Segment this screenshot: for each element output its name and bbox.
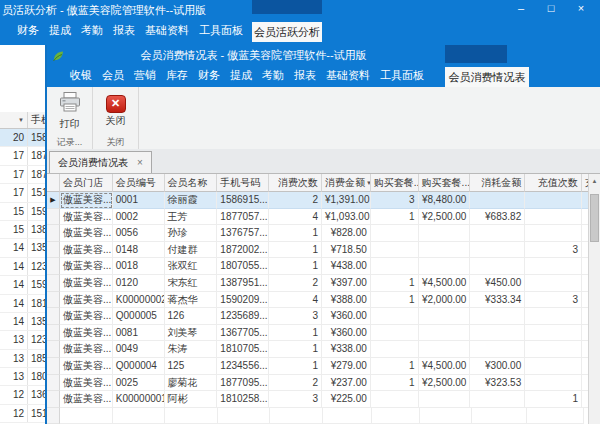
ribbon-tab[interactable]: 基础资料 <box>321 68 375 83</box>
table-row[interactable]: 傲蓝美容...0081刘美琴1367705...1¥360.00 <box>47 325 589 342</box>
ribbon-tab[interactable]: 工具面板 <box>375 68 429 83</box>
ribbon-tab[interactable]: 考勤 <box>257 68 289 83</box>
column-header[interactable]: 购买套餐... <box>371 174 419 192</box>
vertical-scrollbar[interactable]: ▲ <box>588 174 600 424</box>
ribbon-tab[interactable]: 工具面板 <box>194 23 248 38</box>
close-report-button[interactable]: ✕ 关闭 <box>106 87 126 135</box>
row-indicator <box>47 408 60 424</box>
tab-close-icon[interactable]: × <box>137 157 143 168</box>
ribbon-tab[interactable]: 报表 <box>289 68 321 83</box>
cell-count: 14 <box>0 295 28 312</box>
table-row[interactable]: ▶傲蓝美容...0001徐丽霞1586915...2¥1,391.003¥8,4… <box>47 192 589 209</box>
ribbon-tab[interactable]: 营销 <box>129 68 161 83</box>
cell-amount: ¥718.50 <box>322 242 371 259</box>
table-row[interactable]: 傲蓝美容...0018张双红1807055...1¥438.00 <box>47 258 589 275</box>
ribbon-tab[interactable]: 基础资料 <box>140 23 194 38</box>
cell-amount: ¥438.00 <box>322 258 371 275</box>
cell-store: 傲蓝美容... <box>60 325 113 342</box>
table-row[interactable]: 傲蓝美容...Q0000041251234556...1¥279.001¥4,5… <box>47 358 589 375</box>
back-table-row[interactable]: 1412356 <box>0 258 45 276</box>
ribbon-tab[interactable]: 收银 <box>65 68 97 83</box>
cell-id: 0120 <box>113 275 165 292</box>
column-header[interactable]: 充值次数 <box>525 174 582 192</box>
column-header[interactable]: 消费金额▼ <box>322 174 371 192</box>
back-table-row[interactable]: 1213600 <box>0 386 45 404</box>
back-table-row[interactable]: 1413556 <box>0 239 45 257</box>
column-header[interactable]: 购买套餐... <box>419 174 471 192</box>
table-row[interactable]: 傲蓝美容...0049朱涛1810705...1¥338.00 <box>47 341 589 358</box>
cell-recharge <box>525 341 582 358</box>
cell-count: 14 <box>0 258 28 275</box>
ribbon-tab[interactable]: 报表 <box>108 23 140 38</box>
column-header[interactable]: 会员名称 <box>165 174 218 192</box>
cell-store: 傲蓝美容... <box>60 308 113 325</box>
column-header[interactable]: 手机号码 <box>217 174 269 192</box>
back-phone-header[interactable]: 手机 <box>28 112 45 128</box>
back-table-row[interactable]: 1415902 <box>0 276 45 294</box>
table-row[interactable]: 傲蓝美容...0056孙珍1376757...1¥828.00 <box>47 225 589 242</box>
cell-count: 14 <box>0 313 28 330</box>
cell-id: 0002 <box>113 209 165 226</box>
scroll-up-icon[interactable]: ▲ <box>589 174 600 188</box>
back-table-row[interactable]: 1215179 <box>0 405 45 423</box>
scrollbar-thumb[interactable] <box>590 194 599 242</box>
ribbon-tab[interactable]: 考勤 <box>76 23 108 38</box>
ribbon-tab[interactable]: 提成 <box>225 68 257 83</box>
column-header[interactable]: 消费次数 <box>269 174 322 192</box>
cell-phone: 1586915... <box>217 192 269 209</box>
table-row[interactable]: 傲蓝美容...0120宋东红1387951...2¥397.001¥4,500.… <box>47 275 589 292</box>
document-tab-bar: 会员消费情况表 × <box>47 149 600 174</box>
column-header[interactable]: 会员门店 <box>60 174 113 192</box>
back-table-row[interactable]: 2015869 <box>0 129 45 147</box>
back-table-row[interactable]: 1515975 <box>0 203 45 221</box>
document-tab[interactable]: 会员消费情况表 × <box>49 151 152 173</box>
cell-consumed <box>470 325 525 342</box>
back-sort-header[interactable]: ▼ <box>0 112 28 128</box>
front-active-tab[interactable]: 会员消费情况表 <box>445 67 529 87</box>
maximize-icon[interactable]: □ <box>536 0 566 18</box>
table-row[interactable]: 傲蓝美容...0148付建群1872002...1¥718.503 <box>47 242 589 259</box>
close-icon[interactable]: × <box>566 0 596 18</box>
consumption-table: 会员门店会员编号会员名称手机号码消费次数消费金额▼购买套餐...购买套餐...消… <box>47 174 589 424</box>
back-table-row[interactable]: 1418102 <box>0 295 45 313</box>
cell-count: 2 <box>269 192 322 209</box>
ribbon-tab[interactable]: 会员 <box>97 68 129 83</box>
cell-empty <box>472 408 527 424</box>
cell-empty <box>270 408 323 424</box>
ribbon-tab[interactable]: 提成 <box>44 23 76 38</box>
print-button[interactable]: 打印 <box>59 87 81 135</box>
column-header[interactable]: 消耗金额 <box>470 174 525 192</box>
table-row[interactable]: 傲蓝美容...K00000001阿彬1810258...3¥225.001 <box>47 391 589 408</box>
column-header[interactable]: 会员编号 <box>113 174 165 192</box>
table-header-row: 会员门店会员编号会员名称手机号码消费次数消费金额▼购买套餐...购买套餐...消… <box>47 174 589 192</box>
back-table-row[interactable]: 1312345 <box>0 331 45 349</box>
ribbon-toolbar: 打印 记录... ✕ 关闭 关闭 <box>47 87 600 150</box>
cell-phone: 1810258... <box>217 391 269 408</box>
ribbon-tab[interactable]: 财务 <box>12 23 44 38</box>
row-indicator: ▶ <box>47 192 60 209</box>
cell-pkg_count: 1 <box>371 292 419 309</box>
minimize-icon[interactable]: – <box>506 0 536 18</box>
back-active-tab[interactable]: 会员活跃分析 <box>252 22 322 42</box>
table-row[interactable]: 傲蓝美容...0002王芳1877057...4¥1,093.001¥2,500… <box>47 209 589 226</box>
cell-recharge <box>525 209 582 226</box>
back-table-row[interactable]: 1413576 <box>0 313 45 331</box>
cell-empty <box>113 408 165 424</box>
cell-store: 傲蓝美容... <box>60 242 113 259</box>
cell-phone: 15975 <box>28 203 45 220</box>
row-indicator <box>47 209 60 226</box>
table-row[interactable]: 傲蓝美容...0025廖菊花1877095...2¥237.001¥2,500.… <box>47 375 589 392</box>
cell-phone: 1235689... <box>217 308 269 325</box>
back-table-row[interactable]: 1318565 <box>0 350 45 368</box>
table-row[interactable]: 傲蓝美容...K00000002蒋杰华1590209...4¥388.001¥2… <box>47 292 589 309</box>
row-indicator <box>47 242 60 259</box>
back-table-row[interactable]: 1718720 <box>0 166 45 184</box>
table-row[interactable]: 傲蓝美容...Q0000051261235689...3¥360.00 <box>47 308 589 325</box>
ribbon-tab[interactable]: 财务 <box>193 68 225 83</box>
back-table-row[interactable]: 1715170 <box>0 184 45 202</box>
ribbon-tab[interactable]: 库存 <box>161 68 193 83</box>
back-table-row[interactable]: 1513879 <box>0 221 45 239</box>
back-table-row[interactable]: 1718770 <box>0 147 45 165</box>
back-table-row[interactable]: 1318070 <box>0 368 45 386</box>
cell-store: 傲蓝美容... <box>60 375 113 392</box>
